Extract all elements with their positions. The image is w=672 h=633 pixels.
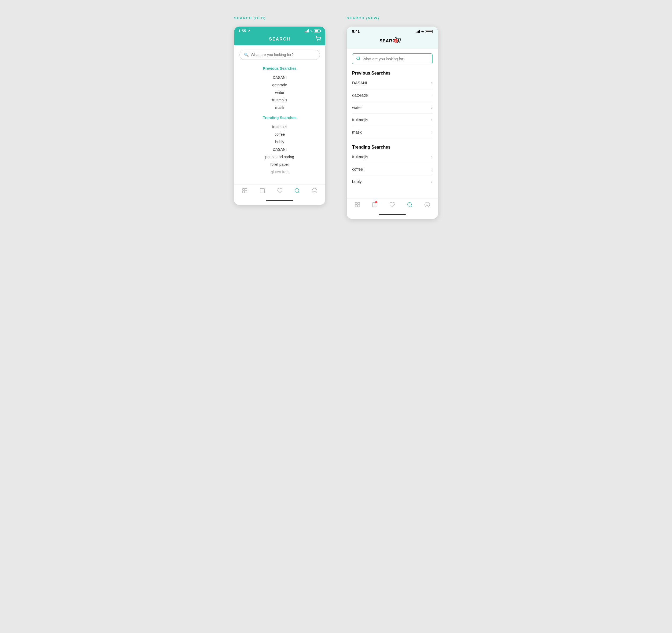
new-home-indicator — [347, 210, 438, 219]
old-trend-item-5[interactable]: toilet paper — [239, 161, 320, 168]
old-nav-search[interactable] — [294, 188, 300, 194]
new-nav-store[interactable] — [355, 202, 360, 208]
old-battery-icon — [314, 29, 321, 32]
svg-point-27 — [408, 203, 412, 207]
old-trending-list: fruitmojis coffee bubly DASANI prince an… — [239, 123, 320, 176]
old-prev-item-1[interactable]: gatorade — [239, 81, 320, 89]
new-prev-chevron-0: › — [431, 81, 433, 85]
svg-rect-19 — [355, 203, 357, 204]
svg-line-28 — [411, 206, 412, 207]
new-prev-chevron-3: › — [431, 118, 433, 122]
svg-rect-3 — [245, 189, 247, 190]
new-nav-bar: SEARCH 3 — [347, 35, 438, 49]
svg-rect-2 — [243, 189, 244, 190]
svg-rect-20 — [358, 203, 360, 204]
old-trending-heading: Trending Searches — [239, 116, 320, 120]
old-signal-icon — [305, 29, 309, 32]
new-prev-item-0[interactable]: DASANI › — [352, 77, 433, 89]
new-bottom-nav — [347, 198, 438, 210]
new-prev-item-2[interactable]: water › — [352, 101, 433, 114]
svg-rect-22 — [358, 205, 360, 207]
old-trend-item-2[interactable]: bubly — [239, 138, 320, 146]
svg-point-17 — [357, 57, 360, 60]
old-wifi-icon: ∿ — [310, 29, 313, 33]
old-time: 1:55 ↗ — [238, 29, 250, 33]
new-search-input[interactable] — [363, 57, 429, 61]
old-nav-title: SEARCH — [269, 37, 290, 42]
new-trend-item-1[interactable]: coffee › — [352, 163, 433, 175]
svg-line-18 — [359, 59, 360, 60]
old-prev-item-0[interactable]: DASANI — [239, 74, 320, 81]
svg-point-10 — [295, 189, 299, 193]
svg-rect-6 — [260, 189, 265, 193]
old-trend-item-3[interactable]: DASANI — [239, 146, 320, 153]
new-trending-heading: Trending Searches — [352, 145, 433, 150]
old-trend-item-0[interactable]: fruitmojis — [239, 123, 320, 131]
old-prev-item-3[interactable]: fruitmojis — [239, 96, 320, 104]
new-trend-item-0[interactable]: fruitmojis › — [352, 151, 433, 163]
old-home-bar — [266, 200, 293, 201]
new-previous-list: DASANI › gatorade › water › fruitmojis — [352, 77, 433, 138]
new-prev-chevron-2: › — [431, 106, 433, 110]
svg-rect-21 — [355, 205, 357, 207]
old-trend-item-1[interactable]: coffee — [239, 131, 320, 138]
new-status-icons: ∿ — [416, 29, 433, 33]
old-status-icons: ∿ — [305, 29, 321, 33]
new-prev-item-3[interactable]: fruitmojis › — [352, 114, 433, 126]
old-search-box[interactable]: 🔍 — [239, 50, 320, 60]
svg-rect-4 — [243, 191, 244, 193]
new-previous-heading: Previous Searches — [352, 71, 433, 76]
old-previous-list: DASANI gatorade water fruitmojis mask — [239, 74, 320, 111]
old-trend-item-4[interactable]: prince and spring — [239, 153, 320, 161]
new-status-bar: 9:41 ∿ — [347, 27, 438, 35]
new-cart-badge: 3 — [394, 39, 398, 43]
old-previous-searches-section: Previous Searches DASANI gatorade water … — [239, 66, 320, 111]
svg-point-0 — [317, 41, 317, 41]
new-prev-item-4[interactable]: mask › — [352, 126, 433, 138]
new-previous-section: Previous Searches DASANI › gatorade › wa… — [352, 71, 433, 138]
old-bottom-nav — [234, 184, 325, 196]
old-previous-heading: Previous Searches — [239, 66, 320, 71]
old-nav-heart[interactable] — [277, 188, 283, 194]
new-nav-search[interactable] — [407, 202, 413, 208]
new-search-icon — [356, 56, 360, 62]
old-trend-item-6[interactable]: gluten free — [239, 168, 320, 176]
svg-rect-5 — [245, 191, 247, 193]
svg-point-15 — [397, 42, 398, 43]
old-prev-item-4[interactable]: mask — [239, 104, 320, 111]
new-screen-section: SEARCH (NEW) 9:41 ∿ — [347, 16, 438, 219]
page-wrapper: SEARCH (OLD) 1:55 ↗ ∿ — [234, 16, 438, 219]
new-phone-frame: 9:41 ∿ SEARCH — [347, 27, 438, 219]
new-prev-chevron-4: › — [431, 130, 433, 134]
new-home-bar — [379, 214, 406, 215]
new-content: Previous Searches DASANI › gatorade › wa… — [347, 49, 438, 198]
new-nav-list[interactable] — [372, 202, 378, 208]
svg-point-1 — [320, 41, 320, 41]
new-nav-face[interactable] — [424, 202, 430, 208]
old-screen-section: SEARCH (OLD) 1:55 ↗ ∿ — [234, 16, 325, 205]
svg-line-11 — [298, 192, 299, 193]
new-trend-chevron-2: › — [431, 180, 433, 184]
new-nav-heart[interactable] — [389, 202, 395, 208]
old-search-icon: 🔍 — [244, 52, 248, 57]
old-content: 🔍 Previous Searches DASANI gatorade wate… — [234, 45, 325, 184]
new-time: 9:41 — [352, 29, 360, 33]
old-cart-icon[interactable] — [315, 36, 321, 43]
old-nav-store[interactable] — [242, 188, 248, 194]
new-search-box[interactable] — [352, 53, 433, 64]
old-prev-item-2[interactable]: water — [239, 89, 320, 96]
old-nav-arrow: ↗ — [247, 29, 250, 33]
new-trend-chevron-1: › — [431, 167, 433, 171]
old-search-input[interactable] — [251, 52, 315, 57]
new-trend-item-2[interactable]: bubly › — [352, 175, 433, 187]
new-cart-icon[interactable]: 3 — [395, 37, 401, 45]
new-wifi-icon: ∿ — [421, 29, 424, 33]
new-prev-chevron-1: › — [431, 93, 433, 97]
svg-point-29 — [425, 202, 429, 207]
new-trend-chevron-0: › — [431, 155, 433, 159]
new-prev-item-1[interactable]: gatorade › — [352, 89, 433, 101]
old-nav-face[interactable] — [312, 188, 317, 194]
new-trending-list: fruitmojis › coffee › bubly › — [352, 151, 433, 187]
old-nav-bar: SEARCH — [234, 34, 325, 45]
old-nav-list[interactable] — [259, 188, 265, 194]
